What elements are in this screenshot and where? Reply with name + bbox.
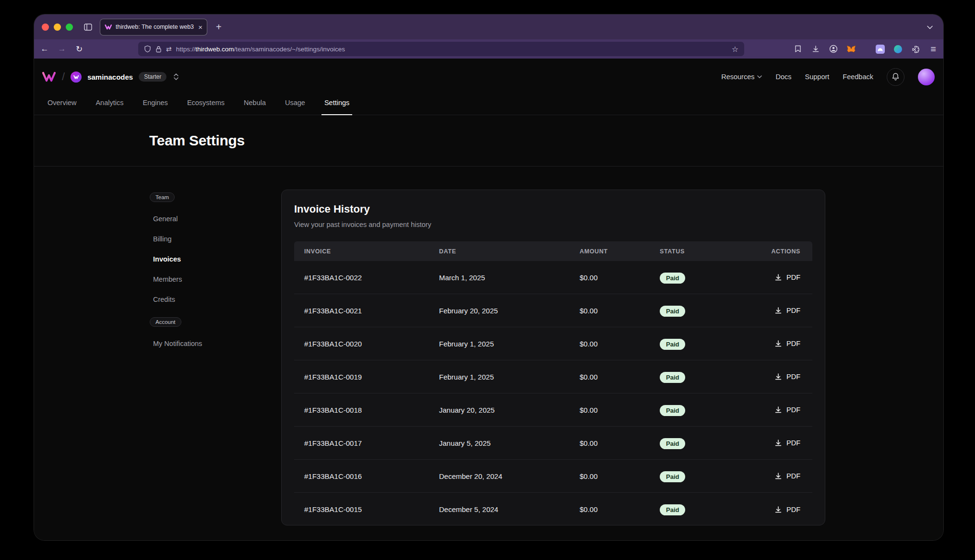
invoice-number: #1F33BA1C-0021 bbox=[294, 307, 439, 315]
sidebar-item-members[interactable]: Members bbox=[150, 269, 270, 289]
pocket-icon[interactable] bbox=[793, 44, 803, 54]
downloads-icon[interactable] bbox=[810, 44, 821, 54]
feedback-link[interactable]: Feedback bbox=[843, 73, 873, 81]
tab-title: thirdweb: The complete web3 d bbox=[116, 24, 194, 30]
status-badge: Paid bbox=[660, 438, 685, 449]
account-icon[interactable] bbox=[828, 44, 839, 54]
thirdweb-logo-icon[interactable] bbox=[42, 71, 56, 82]
invoice-date: December 5, 2024 bbox=[439, 505, 580, 513]
tab-overview[interactable]: Overview bbox=[47, 90, 77, 115]
invoice-amount: $0.00 bbox=[580, 439, 660, 447]
tab-settings[interactable]: Settings bbox=[323, 90, 350, 115]
download-icon bbox=[774, 307, 782, 314]
status-badge: Paid bbox=[660, 306, 685, 317]
header-links: Resources Docs Support Feedback bbox=[721, 68, 935, 86]
site-header: / saminacodes Starter Resources Docs Sup… bbox=[34, 59, 943, 115]
team-name[interactable]: saminacodes bbox=[87, 73, 133, 81]
download-pdf-button[interactable]: PDF bbox=[774, 373, 800, 381]
docs-link[interactable]: Docs bbox=[775, 73, 791, 81]
sidebar-item-my-notifications[interactable]: My Notifications bbox=[150, 334, 270, 354]
table-row: #1F33BA1C-0021 February 20, 2025 $0.00 P… bbox=[294, 294, 812, 327]
invoice-number: #1F33BA1C-0020 bbox=[294, 340, 439, 348]
url-domain: thirdweb.com bbox=[195, 46, 234, 53]
download-pdf-button[interactable]: PDF bbox=[774, 472, 800, 480]
download-icon bbox=[774, 506, 782, 513]
minimize-window-button[interactable] bbox=[54, 24, 61, 31]
download-pdf-button[interactable]: PDF bbox=[774, 307, 800, 314]
invoice-history-card: Invoice History View your past invoices … bbox=[281, 190, 825, 525]
forward-button[interactable]: → bbox=[54, 41, 70, 57]
download-icon bbox=[774, 340, 782, 347]
tracking-shield-icon[interactable] bbox=[144, 45, 151, 53]
status-badge: Paid bbox=[660, 273, 685, 284]
address-bar[interactable]: ⇄ https://thirdweb.com/team/saminacodes/… bbox=[138, 42, 744, 56]
browser-tab[interactable]: thirdweb: The complete web3 d × bbox=[100, 19, 207, 36]
team-avatar[interactable] bbox=[71, 71, 82, 83]
support-link[interactable]: Support bbox=[805, 73, 830, 81]
tab-analytics[interactable]: Analytics bbox=[95, 90, 124, 115]
notifications-button[interactable] bbox=[887, 68, 904, 86]
invoice-number: #1F33BA1C-0015 bbox=[294, 505, 439, 513]
firefox-view-icon[interactable] bbox=[81, 20, 95, 34]
metamask-extension-icon[interactable] bbox=[846, 44, 856, 54]
team-switcher-icon[interactable] bbox=[173, 73, 179, 81]
permissions-icon[interactable]: ⇄ bbox=[166, 45, 172, 53]
new-tab-button[interactable]: + bbox=[216, 22, 222, 33]
reload-button[interactable]: ↻ bbox=[71, 41, 87, 57]
sidebar-group-account: Account bbox=[150, 317, 181, 327]
bookmark-star-icon[interactable]: ☆ bbox=[732, 45, 738, 54]
page-title-section: Team Settings bbox=[34, 115, 943, 167]
download-pdf-button[interactable]: PDF bbox=[774, 274, 800, 281]
sidebar-item-general[interactable]: General bbox=[150, 209, 270, 229]
table-row: #1F33BA1C-0019 February 1, 2025 $0.00 Pa… bbox=[294, 360, 812, 393]
tab-favicon-icon bbox=[105, 24, 112, 30]
sidebar-item-invoices[interactable]: Invoices bbox=[150, 249, 270, 269]
tab-close-icon[interactable]: × bbox=[198, 23, 202, 31]
invoice-date: December 20, 2024 bbox=[439, 472, 580, 480]
browser-tab-bar: thirdweb: The complete web3 d × + bbox=[34, 14, 943, 39]
status-badge: Paid bbox=[660, 405, 685, 416]
back-button[interactable]: ← bbox=[37, 41, 52, 57]
invoice-number: #1F33BA1C-0016 bbox=[294, 472, 439, 480]
resources-link[interactable]: Resources bbox=[721, 73, 762, 81]
download-icon bbox=[774, 439, 782, 447]
download-pdf-button[interactable]: PDF bbox=[774, 506, 800, 513]
col-actions: ACTIONS bbox=[740, 248, 812, 255]
invoice-amount: $0.00 bbox=[580, 505, 660, 513]
col-amount: AMOUNT bbox=[580, 248, 660, 255]
phantom-extension-icon[interactable] bbox=[875, 44, 885, 54]
download-pdf-button[interactable]: PDF bbox=[774, 340, 800, 347]
lock-icon[interactable] bbox=[155, 46, 162, 53]
invoice-date: January 20, 2025 bbox=[439, 406, 580, 414]
status-badge: Paid bbox=[660, 471, 685, 482]
download-pdf-button[interactable]: PDF bbox=[774, 406, 800, 414]
status-badge: Paid bbox=[660, 504, 685, 515]
breadcrumb-separator: / bbox=[62, 71, 65, 83]
menu-icon[interactable]: ≡ bbox=[928, 44, 939, 54]
table-row: #1F33BA1C-0017 January 5, 2025 $0.00 Pai… bbox=[294, 427, 812, 460]
extensions-puzzle-icon[interactable] bbox=[910, 44, 921, 54]
tab-usage[interactable]: Usage bbox=[284, 90, 306, 115]
sidebar-item-credits[interactable]: Credits bbox=[150, 289, 270, 310]
sidebar-group-team: Team bbox=[150, 192, 175, 202]
zoom-window-button[interactable] bbox=[66, 24, 73, 31]
status-badge: Paid bbox=[660, 339, 685, 350]
tab-ecosystems[interactable]: Ecosystems bbox=[186, 90, 226, 115]
card-subtitle: View your past invoices and payment hist… bbox=[294, 220, 812, 229]
list-all-tabs-icon[interactable] bbox=[927, 23, 933, 31]
tab-nebula[interactable]: Nebula bbox=[243, 90, 267, 115]
toolbar-icons: ≡ bbox=[793, 39, 939, 59]
close-window-button[interactable] bbox=[42, 24, 49, 31]
invoice-number: #1F33BA1C-0017 bbox=[294, 439, 439, 447]
user-avatar[interactable] bbox=[918, 69, 935, 85]
sidebar-item-billing[interactable]: Billing bbox=[150, 229, 270, 249]
invoice-date: February 1, 2025 bbox=[439, 340, 580, 348]
download-icon bbox=[774, 472, 782, 480]
brand-row: / saminacodes Starter Resources Docs Sup… bbox=[42, 59, 935, 90]
invoice-amount: $0.00 bbox=[580, 340, 660, 348]
tab-engines[interactable]: Engines bbox=[142, 90, 168, 115]
extension-icon[interactable] bbox=[892, 44, 903, 54]
download-pdf-button[interactable]: PDF bbox=[774, 439, 800, 447]
card-title: Invoice History bbox=[294, 203, 812, 216]
col-invoice: INVOICE bbox=[294, 248, 439, 255]
